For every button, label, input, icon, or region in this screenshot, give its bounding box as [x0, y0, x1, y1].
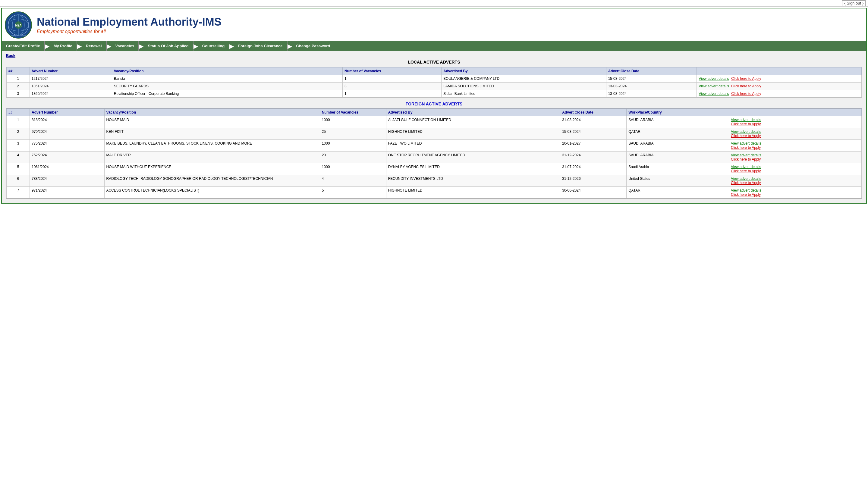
foreign-view-advert-details-link[interactable]: View advert details [731, 129, 761, 134]
nav-item-status-of-job-applied[interactable]: Status Of Job Applied [143, 41, 193, 51]
foreign-row-num: 4 [7, 151, 30, 163]
foreign-col-vacancy: Vacancy/Position [104, 109, 320, 116]
svg-text:NEA: NEA [15, 24, 21, 27]
nav-item-counselling[interactable]: Counselling [198, 41, 229, 51]
foreign-row-num-vacancies: 5 [320, 187, 386, 199]
foreign-row-actions: View advert details Click here to Apply [729, 140, 861, 151]
foreign-row-advertised-by: HIGHNOTE LIMITED [386, 128, 560, 140]
foreign-click-here-to-apply-link[interactable]: Click here to Apply [731, 122, 860, 126]
foreign-row-workplace: SAUDI ARABIA [626, 116, 729, 128]
foreign-view-advert-details-link[interactable]: View advert details [731, 165, 761, 169]
foreign-row-advert-number: 1061/2024 [30, 163, 105, 175]
local-col-advert-number: Advert Number [30, 67, 112, 75]
content-area: Back LOCAL ACTIVE ADVERTS ## Advert Numb… [2, 51, 866, 203]
foreign-table-row: 4 752/2024 MALE DRIVER 20 ONE STOP RECRU… [7, 151, 862, 163]
foreign-row-advertised-by: ONE STOP RECRUITMENT AGENCY LIMITED [386, 151, 560, 163]
foreign-row-vacancy: HOUSE MAID WITHOUT EXPERIENCE [104, 163, 320, 175]
nav-item-create-edit-profile[interactable]: Create/Edit Profile [2, 41, 45, 51]
click-here-to-apply-link[interactable]: Click here to Apply [731, 92, 761, 96]
local-col-num-vacancies: Number of Vacancies [343, 67, 442, 75]
nav-item-foreign-jobs-clearance[interactable]: Foreign Jobs Clearance [234, 41, 287, 51]
foreign-row-vacancy: MAKE BEDS, LAUNDRY, CLEAN BATHROOMS, STO… [104, 140, 320, 151]
local-row-num-vacancies: 1 [343, 75, 442, 83]
foreign-col-num-vacancies: Number of Vacancies [320, 109, 386, 116]
local-row-num-vacancies: 1 [343, 90, 442, 97]
foreign-row-actions: View advert details Click here to Apply [729, 175, 861, 187]
foreign-click-here-to-apply-link[interactable]: Click here to Apply [731, 134, 860, 138]
foreign-row-advert-number: 788/2024 [30, 175, 105, 187]
nav-item-my-profile[interactable]: My Profile [50, 41, 77, 51]
foreign-view-advert-details-link[interactable]: View advert details [731, 176, 761, 181]
foreign-row-close-date: 30-06-2024 [560, 187, 626, 199]
local-row-num: 3 [7, 90, 30, 97]
foreign-row-num: 3 [7, 140, 30, 151]
local-row-num: 1 [7, 75, 30, 83]
foreign-table-row: 3 775/2024 MAKE BEDS, LAUNDRY, CLEAN BAT… [7, 140, 862, 151]
foreign-view-advert-details-link[interactable]: View advert details [731, 141, 761, 145]
foreign-view-advert-details-link[interactable]: View advert details [731, 118, 761, 122]
foreign-row-num-vacancies: 20 [320, 151, 386, 163]
foreign-row-num-vacancies: 25 [320, 128, 386, 140]
foreign-view-advert-details-link[interactable]: View advert details [731, 153, 761, 157]
view-advert-details-link[interactable]: View advert details [699, 92, 729, 96]
local-col-num: ## [7, 67, 30, 75]
foreign-row-advertised-by: ALJAZI GULF CONNECTION LIMITED [386, 116, 560, 128]
nav-chevron-5: ▶ [194, 41, 198, 51]
nav-chevron-2: ▶ [77, 41, 82, 51]
nav-chevron-1: ▶ [45, 41, 50, 51]
header-title: National Employment Authority-IMS [37, 16, 222, 28]
foreign-click-here-to-apply-link[interactable]: Click here to Apply [731, 145, 860, 150]
nav-chevron-7: ▶ [287, 41, 292, 51]
local-table-row: 3 1360/2024 Relationship Officer - Corpo… [7, 90, 862, 97]
local-row-num-vacancies: 3 [343, 83, 442, 90]
foreign-click-here-to-apply-link[interactable]: Click here to Apply [731, 157, 860, 162]
foreign-row-num: 7 [7, 187, 30, 199]
foreign-click-here-to-apply-link[interactable]: Click here to Apply [731, 169, 860, 173]
local-col-vacancy: Vacancy/Position [112, 67, 342, 75]
click-here-to-apply-link[interactable]: Click here to Apply [731, 77, 761, 81]
foreign-row-close-date: 31-12-2026 [560, 175, 626, 187]
foreign-row-num: 6 [7, 175, 30, 187]
foreign-row-actions: View advert details Click here to Apply [729, 187, 861, 199]
foreign-col-advert-number: Advert Number [30, 109, 105, 116]
foreign-row-vacancy: HOUSE MAID [104, 116, 320, 128]
foreign-row-workplace: SAUDI ARABIA [626, 140, 729, 151]
local-row-vacancy: Barista [112, 75, 342, 83]
local-table-row: 2 1351/2024 SECURITY GUARDS 3 LAMIDA SOL… [7, 83, 862, 90]
header-text-block: National Employment Authority-IMS Employ… [37, 16, 222, 34]
foreign-row-actions: View advert details Click here to Apply [729, 128, 861, 140]
view-advert-details-link[interactable]: View advert details [699, 84, 729, 88]
nav-bar: Create/Edit Profile ▶ My Profile ▶ Renew… [2, 41, 866, 51]
nav-item-renewal[interactable]: Renewal [82, 41, 107, 51]
nav-chevron-4: ▶ [139, 41, 143, 51]
foreign-table-row: 6 788/2024 RADIOLOGY TECH, RADIOLOGY SON… [7, 175, 862, 187]
foreign-row-advert-number: 752/2024 [30, 151, 105, 163]
nav-chevron-6: ▶ [229, 41, 234, 51]
nav-chevron-3: ▶ [107, 41, 111, 51]
nav-item-change-password[interactable]: Change Password [292, 41, 335, 51]
foreign-table-row: 2 970/2024 KEN FIXIT 25 HIGHNOTE LIMITED… [7, 128, 862, 140]
foreign-row-close-date: 31-12-2024 [560, 151, 626, 163]
foreign-row-vacancy: KEN FIXIT [104, 128, 320, 140]
back-link[interactable]: Back [6, 53, 16, 58]
foreign-row-advertised-by: FECUNDITY INVESTMENTS LTD [386, 175, 560, 187]
foreign-click-here-to-apply-link[interactable]: Click here to Apply [731, 181, 860, 185]
foreign-row-advert-number: 970/2024 [30, 128, 105, 140]
foreign-row-close-date: 31-07-2024 [560, 163, 626, 175]
foreign-adverts-table: ## Advert Number Vacancy/Position Number… [6, 109, 862, 199]
foreign-view-advert-details-link[interactable]: View advert details [731, 188, 761, 193]
logo-container: NEA Employment Authority [5, 11, 32, 38]
foreign-row-vacancy: RADIOLOGY TECH, RADIOLOGY SONOGRAPHER OR… [104, 175, 320, 187]
foreign-click-here-to-apply-link[interactable]: Click here to Apply [731, 193, 860, 197]
view-advert-details-link[interactable]: View advert details [699, 77, 729, 81]
click-here-to-apply-link[interactable]: Click here to Apply [731, 84, 761, 88]
foreign-col-actions [729, 109, 861, 116]
foreign-row-advertised-by: HIGHNOTE LIMITED [386, 187, 560, 199]
top-bar: { Sign out } [0, 0, 868, 7]
foreign-row-advert-number: 818/2024 [30, 116, 105, 128]
nav-item-vacancies[interactable]: Vacancies [111, 41, 139, 51]
foreign-row-num-vacancies: 1000 [320, 140, 386, 151]
foreign-table-row: 1 818/2024 HOUSE MAID 1000 ALJAZI GULF C… [7, 116, 862, 128]
sign-out-link[interactable]: { Sign out } [842, 0, 866, 6]
foreign-row-num: 5 [7, 163, 30, 175]
